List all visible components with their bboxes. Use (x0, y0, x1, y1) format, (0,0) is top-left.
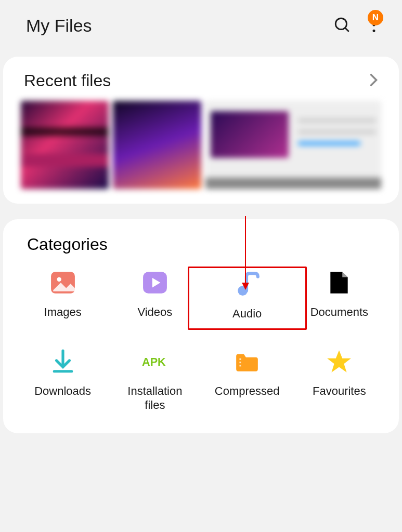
category-installation-files[interactable]: APK Installation files (109, 349, 201, 413)
category-favourites[interactable]: Favourites (293, 349, 385, 413)
svg-point-4 (373, 29, 375, 32)
svg-marker-17 (327, 350, 351, 373)
category-label: Favourites (313, 384, 366, 398)
category-label: Installation files (127, 384, 182, 413)
category-images[interactable]: Images (17, 270, 109, 323)
recent-thumb[interactable] (21, 101, 109, 189)
category-compressed[interactable]: Compressed (201, 349, 293, 413)
svg-point-0 (335, 18, 346, 29)
more-vertical-icon (372, 25, 376, 34)
chevron-right-icon (369, 73, 378, 89)
search-icon[interactable] (333, 16, 351, 36)
videos-icon (142, 270, 168, 296)
category-audio[interactable]: Audio (188, 267, 307, 330)
documents-icon (326, 270, 352, 296)
category-label: Audio (232, 307, 262, 321)
categories-title: Categories (3, 235, 399, 270)
svg-rect-16 (240, 365, 241, 366)
svg-rect-15 (240, 362, 241, 363)
app-header: My Files N (0, 0, 402, 51)
avatar[interactable]: N (368, 10, 383, 25)
category-label: Compressed (215, 384, 280, 398)
category-downloads[interactable]: Downloads (17, 349, 109, 413)
category-label: Videos (137, 305, 172, 320)
more-menu[interactable]: N (372, 17, 376, 35)
categories-grid: Images Videos Audio Documents Downloads (3, 270, 399, 413)
svg-line-1 (345, 28, 349, 31)
compressed-icon (234, 349, 260, 375)
images-icon (50, 270, 76, 296)
downloads-icon (50, 349, 76, 375)
category-label: Documents (310, 305, 368, 320)
recent-thumbnails[interactable] (3, 101, 399, 189)
recent-thumb[interactable] (113, 101, 201, 189)
svg-point-6 (57, 277, 61, 282)
category-label: Downloads (34, 384, 91, 398)
header-actions: N (333, 16, 376, 36)
apk-icon: APK (142, 349, 168, 375)
categories-card: Categories Images Videos Audio Documents (3, 219, 399, 433)
category-label: Images (44, 305, 82, 320)
svg-rect-14 (240, 358, 241, 360)
page-title: My Files (26, 16, 333, 36)
recent-files-header[interactable]: Recent files (3, 71, 399, 101)
recent-thumb[interactable] (205, 101, 382, 189)
annotation-arrow (245, 216, 246, 289)
recent-files-card: Recent files (3, 57, 399, 204)
svg-text:APK: APK (142, 355, 166, 368)
favourites-icon (326, 349, 352, 375)
svg-marker-10 (343, 272, 348, 277)
recent-files-title: Recent files (24, 71, 369, 90)
category-videos[interactable]: Videos (109, 270, 201, 323)
category-documents[interactable]: Documents (293, 270, 385, 323)
